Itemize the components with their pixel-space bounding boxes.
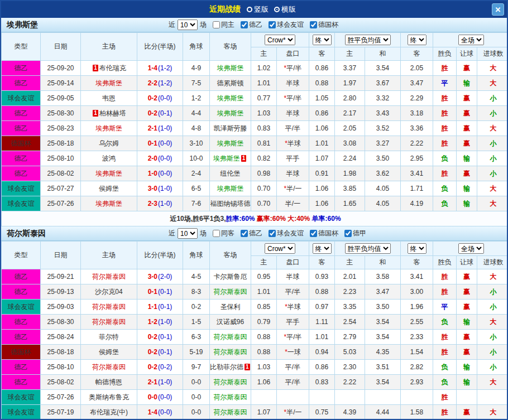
team-link[interactable]: 荷尔斯泰因: [92, 363, 126, 371]
team-link[interactable]: 卡尔斯鲁厄: [214, 273, 247, 281]
team-link[interactable]: 埃弗斯堡: [95, 124, 122, 132]
team-link[interactable]: 韦恩: [102, 94, 116, 102]
handicap-close-select[interactable]: 终: [313, 35, 332, 45]
team-link[interactable]: 布伦瑞克: [99, 64, 126, 72]
filter-德国杯[interactable]: 德国杯: [310, 20, 338, 30]
team-link[interactable]: 圣保利: [221, 303, 241, 311]
team-link[interactable]: 荷尔斯泰因: [92, 273, 126, 281]
team-link[interactable]: 汉诺威96: [217, 318, 244, 326]
europe-close-select[interactable]: 终: [408, 243, 426, 254]
team-link[interactable]: 埃弗斯堡: [95, 79, 122, 87]
team-link[interactable]: 荷尔斯泰因: [214, 333, 247, 341]
avg-draw-odds: 3.50: [365, 151, 401, 166]
team-link[interactable]: 帕德博恩: [95, 378, 122, 386]
team-link[interactable]: 埃弗斯堡: [217, 94, 244, 102]
team-link[interactable]: 比勒菲尔德: [210, 363, 243, 371]
team-link[interactable]: 埃弗斯堡: [95, 200, 122, 207]
avg-home-odds: 2.05: [335, 121, 365, 136]
team-link[interactable]: 纽伦堡: [221, 170, 241, 177]
filter-球会友谊[interactable]: 球会友谊: [269, 229, 304, 238]
team-link[interactable]: 布伦瑞克(中): [90, 408, 128, 416]
odds-company-select[interactable]: Crow*: [265, 243, 295, 254]
filter-checkbox[interactable]: [241, 230, 248, 237]
team-link[interactable]: 凯泽斯劳滕: [214, 124, 247, 132]
filter-checkbox[interactable]: [213, 21, 220, 28]
sub-column-header: 让球: [457, 47, 477, 61]
team-link[interactable]: 埃弗斯堡: [217, 185, 244, 192]
team-link[interactable]: 埃弗斯堡: [217, 109, 244, 117]
team-link[interactable]: 荷尔斯泰因: [92, 318, 126, 326]
league-badge: 德乙: [2, 315, 41, 330]
team-link[interactable]: 埃弗斯堡: [213, 155, 240, 162]
layout-option-横版[interactable]: 横版: [274, 4, 296, 15]
team-link[interactable]: 德累斯顿: [217, 79, 244, 87]
avg-odds-select[interactable]: 胜平负均值: [345, 35, 391, 45]
team-link[interactable]: 奥斯纳布鲁克: [89, 393, 129, 401]
filter-同客[interactable]: 同客: [213, 229, 234, 238]
filter-checkbox[interactable]: [269, 230, 276, 237]
filter-球会友谊[interactable]: 球会友谊: [269, 20, 304, 30]
team-link[interactable]: 柏林赫塔: [99, 109, 126, 117]
filter-德国杯[interactable]: 德国杯: [310, 229, 338, 238]
odds-company-select[interactable]: Crow*: [265, 35, 295, 45]
avg-away-odds: 2.05: [401, 61, 433, 76]
score-cell: 3-0(2-0): [137, 269, 183, 284]
team-link[interactable]: 福图纳锡塔德: [210, 200, 251, 207]
league-badge: 德国杯: [2, 345, 41, 360]
result-goals: 大: [477, 196, 508, 211]
team-link[interactable]: 侯姆堡: [99, 348, 119, 356]
filter-checkbox[interactable]: [213, 230, 220, 237]
away-team-cell: 荷尔斯泰因: [210, 390, 251, 405]
away-team-cell: 荷尔斯泰因: [210, 330, 251, 345]
away-team-cell: 荷尔斯泰因: [210, 375, 251, 390]
filter-checkbox[interactable]: [310, 21, 317, 28]
handicap-away-odds: 0.97: [309, 300, 335, 315]
team-link[interactable]: 埃弗斯堡: [95, 170, 122, 177]
sub-column-header: 客: [401, 47, 433, 61]
team-link[interactable]: 荷尔斯泰因: [92, 303, 126, 311]
team-link[interactable]: 荷尔斯泰因: [214, 288, 247, 296]
filter-checkbox[interactable]: [269, 21, 276, 28]
team-link[interactable]: 埃弗斯堡: [217, 64, 244, 72]
result-wdl: 胜: [433, 269, 457, 284]
scope-select[interactable]: 全场: [458, 35, 484, 45]
filter-德乙[interactable]: 德乙: [241, 229, 262, 238]
team-link[interactable]: 荷尔斯泰因: [214, 348, 247, 356]
match-count-select[interactable]: 10: [178, 228, 198, 239]
europe-close-select[interactable]: 终: [408, 35, 426, 45]
sub-column-header: 进球数: [477, 256, 508, 269]
handicap-close-select[interactable]: 终: [313, 243, 332, 254]
filter-checkbox[interactable]: [241, 21, 248, 28]
layout-option-竖版[interactable]: 竖版: [247, 4, 269, 15]
team-link[interactable]: 乌尔姆: [99, 139, 119, 147]
team-link[interactable]: 荷尔斯泰因: [214, 393, 247, 401]
filter-德甲[interactable]: 德甲: [344, 229, 366, 238]
away-team-cell: 埃弗斯堡: [210, 136, 251, 151]
team-link[interactable]: 波鸿: [102, 155, 116, 162]
home-team-cell: 荷尔斯泰因: [81, 315, 137, 330]
filter-同主[interactable]: 同主: [213, 20, 234, 30]
team-link[interactable]: 沙尔克04: [95, 288, 122, 296]
team-link[interactable]: 侯姆堡: [99, 185, 119, 192]
score-cell: 2-1(1-0): [137, 121, 183, 136]
filter-checkbox[interactable]: [344, 230, 352, 237]
team-link[interactable]: 荷尔斯泰因: [214, 408, 247, 416]
avg-odds-select[interactable]: 胜平负均值: [345, 243, 391, 254]
halftime-score: (0-1): [158, 288, 172, 296]
avg-draw-odds: 3.67: [365, 76, 401, 91]
team-link[interactable]: 荷尔斯泰因: [214, 378, 247, 386]
scope-select[interactable]: 全场: [458, 243, 484, 254]
fulltime-score: 3-0: [148, 185, 157, 192]
team-link[interactable]: 菲尔特: [99, 333, 119, 341]
filter-checkbox[interactable]: [310, 230, 317, 237]
result-handicap: 赢: [457, 330, 477, 345]
filter-德乙[interactable]: 德乙: [241, 20, 262, 30]
match-count-select[interactable]: 10: [178, 20, 198, 30]
score-cell: 0-2(0-0): [137, 91, 183, 106]
match-date: 25-09-13: [41, 284, 81, 300]
handicap-line: 平手: [277, 315, 309, 330]
close-button[interactable]: ✕: [492, 3, 504, 16]
match-row: 球会友谊25-09-03荷尔斯泰因1-1(0-1)0-2圣保利0.85*半球0.…: [2, 300, 508, 315]
match-date: 25-07-26: [41, 196, 81, 211]
team-link[interactable]: 埃弗斯堡: [217, 139, 244, 147]
